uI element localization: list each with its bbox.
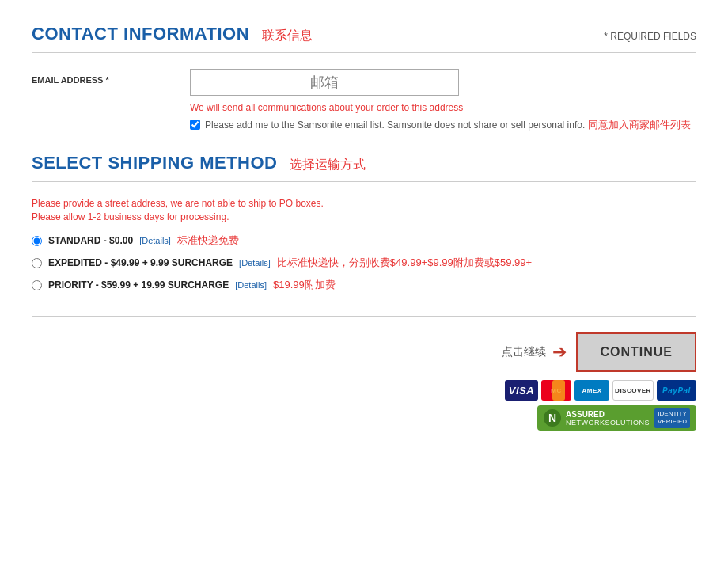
shipping-label-standard: STANDARD - $0.00 bbox=[48, 235, 133, 246]
email-optin-label: Please add me to the Samsonite email lis… bbox=[205, 118, 691, 132]
continue-row: 点击继续 ➔ CONTINUE bbox=[32, 332, 696, 372]
email-optin-row: Please add me to the Samsonite email lis… bbox=[190, 118, 696, 132]
shipping-notice2: Please allow 1-2 business days for proce… bbox=[32, 211, 696, 222]
email-hint: We will send all communications about yo… bbox=[190, 102, 696, 113]
arrow-label: 点击继续 ➔ bbox=[502, 342, 567, 363]
ns-assured-text: ASSURED networksolutions bbox=[566, 410, 650, 427]
shipping-option-priority: PRIORITY - $59.99 + 19.99 SURCHARGE [Det… bbox=[32, 278, 696, 292]
shipping-details-expedited[interactable]: [Details] bbox=[239, 258, 271, 268]
email-input[interactable] bbox=[190, 69, 459, 96]
shipping-option-standard: STANDARD - $0.00 [Details] 标准快递免费 bbox=[32, 234, 696, 248]
shipping-radio-priority[interactable] bbox=[32, 280, 42, 290]
shipping-notice1: Please provide a street address, we are … bbox=[32, 198, 696, 209]
id-verified-badge: IDENTITYVERIFIED bbox=[654, 408, 690, 428]
shipping-cn-standard: 标准快递免费 bbox=[177, 234, 239, 248]
shipping-details-standard[interactable]: [Details] bbox=[139, 236, 171, 245]
email-row: EMAIL ADDRESS * We will send all communi… bbox=[32, 69, 696, 132]
contact-info-title: CONTACT INFORMATION bbox=[32, 24, 249, 44]
network-solutions-badge: N ASSURED networksolutions IDENTITYVERIF… bbox=[537, 405, 696, 431]
click-cn-label: 点击继续 bbox=[502, 345, 546, 359]
shipping-divider bbox=[32, 181, 696, 182]
discover-icon: DISCOVER bbox=[612, 380, 654, 401]
shipping-label-priority: PRIORITY - $59.99 + 19.99 SURCHARGE bbox=[48, 279, 229, 290]
bottom-section: 点击继续 ➔ CONTINUE VISA MC AMEX DISCOVER Pa… bbox=[32, 316, 696, 431]
arrow-right-icon: ➔ bbox=[552, 342, 567, 363]
shipping-cn-expedited: 比标准快递快，分别收费$49.99+$9.99附加费或$59.99+ bbox=[277, 256, 532, 270]
payment-icons: VISA MC AMEX DISCOVER PayPal bbox=[505, 380, 696, 401]
shipping-header: SELECT SHIPPING METHOD 选择运输方式 bbox=[32, 153, 696, 173]
header-divider bbox=[32, 52, 696, 53]
shipping-label-expedited: EXPEDITED - $49.99 + 9.99 SURCHARGE bbox=[48, 257, 233, 268]
mastercard-icon: MC bbox=[541, 380, 571, 401]
amex-icon: AMEX bbox=[574, 380, 609, 401]
paypal-icon: PayPal bbox=[657, 380, 696, 401]
continue-button[interactable]: CONTINUE bbox=[576, 332, 696, 372]
visa-icon: VISA bbox=[505, 380, 538, 401]
shipping-details-priority[interactable]: [Details] bbox=[235, 280, 267, 290]
shipping-section: SELECT SHIPPING METHOD 选择运输方式 Please pro… bbox=[32, 153, 696, 292]
shipping-radio-standard[interactable] bbox=[32, 236, 42, 246]
email-optin-checkbox[interactable] bbox=[190, 120, 200, 130]
email-field-group: We will send all communications about yo… bbox=[190, 69, 696, 132]
email-optin-cn: 同意加入商家邮件列表 bbox=[588, 119, 691, 131]
ns-logo-icon: N bbox=[544, 409, 561, 427]
shipping-radio-expedited[interactable] bbox=[32, 258, 42, 268]
contact-info-title-cn: 联系信息 bbox=[262, 28, 313, 44]
shipping-cn-priority: $19.99附加费 bbox=[273, 278, 336, 292]
contact-information-header: CONTACT INFORMATION 联系信息 * REQUIRED FIEL… bbox=[32, 24, 696, 44]
required-fields-note: * REQUIRED FIELDS bbox=[604, 31, 696, 42]
shipping-option-expedited: EXPEDITED - $49.99 + 9.99 SURCHARGE [Det… bbox=[32, 256, 696, 270]
email-label: EMAIL ADDRESS * bbox=[32, 69, 190, 85]
shipping-title: SELECT SHIPPING METHOD bbox=[32, 153, 277, 173]
shipping-title-cn: 选择运输方式 bbox=[290, 157, 366, 173]
